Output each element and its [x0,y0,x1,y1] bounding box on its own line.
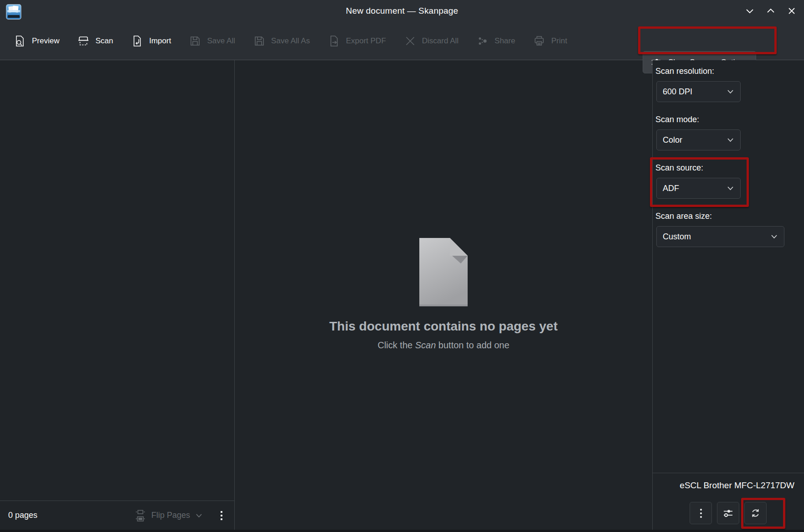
toolbar-item-label: Share [495,36,515,46]
export-pdf-icon [328,35,340,47]
scan-resolution-label: Scan resolution: [655,65,804,77]
save-all-button[interactable]: Save All [189,35,235,47]
scan-button[interactable]: Scan [77,35,113,47]
reload-scanner-button[interactable] [744,502,767,524]
window-title: New document — Skanpage [0,0,804,22]
scanner-options-panel: Scan resolution: 600 DPI Scan mode: Colo… [652,60,804,530]
scan-area-size-value: Custom [663,232,691,242]
preview-button[interactable]: Preview [14,35,59,47]
scan-area-size-dropdown[interactable]: Custom [656,226,784,247]
flip-pages-button[interactable]: Flip Pages [135,509,202,522]
scan-mode-label: Scan mode: [655,113,804,126]
scan-source-value: ADF [663,184,679,193]
scanner-name: eSCL Brother MFC-L2717DW [653,480,794,491]
refresh-icon [749,507,762,519]
scanner-footer-buttons [690,502,767,524]
scanner-settings-button[interactable] [717,502,739,524]
window-controls [745,0,797,22]
chevron-down-icon [746,7,754,15]
empty-state-heading: This document contains no pages yet [330,319,558,334]
save-as-icon [253,35,265,47]
toolbar-item-label: Save All [207,36,235,46]
kebab-menu-icon [220,510,223,522]
skanpage-window: New document — Skanpage Preview [0,0,804,532]
toolbar-item-label: Export PDF [346,36,386,46]
toolbar-item-label: Import [149,36,171,46]
close-icon [788,7,796,15]
chevron-down-icon [727,138,734,142]
titlebar: New document — Skanpage [0,0,804,22]
flip-pages-icon [135,509,146,522]
empty-state: This document contains no pages yet Clic… [330,238,558,351]
save-all-as-button[interactable]: Save All As [253,35,310,47]
chevron-down-icon [771,234,778,239]
toolbar-item-label: Discard All [422,36,459,46]
empty-document-icon [419,238,468,306]
toolbar-item-label: Save All As [271,36,310,46]
discard-icon [404,35,416,47]
kebab-menu-icon [699,507,703,519]
scan-source-dropdown[interactable]: ADF [656,178,741,199]
thumbnails-bottom-bar: 0 pages Flip Pages [0,501,234,530]
scan-source-label: Scan source: [655,161,804,174]
scan-resolution-value: 600 DPI [663,87,692,97]
export-pdf-button[interactable]: Export PDF [328,35,386,47]
document-view: This document contains no pages yet Clic… [235,60,652,530]
import-icon [131,35,143,47]
flip-pages-label: Flip Pages [151,511,190,520]
chevron-up-icon [767,7,775,15]
sliders-icon [722,507,734,519]
topbar: New document — Skanpage Preview [0,0,804,60]
preview-icon [14,35,26,47]
toolbar-item-label: Print [551,36,567,46]
thumbnails-menu-button[interactable] [219,509,224,522]
discard-all-button[interactable]: Discard All [404,35,459,47]
import-button[interactable]: Import [131,35,171,47]
maximize-button[interactable] [766,6,776,16]
window-bottom-edge [0,530,804,532]
toolbar: Preview Scan Import [0,22,804,60]
toolbar-item-label: Scan [95,36,113,46]
scan-mode-dropdown[interactable]: Color [656,129,741,150]
scan-resolution-dropdown[interactable]: 600 DPI [656,81,741,102]
print-button[interactable]: Print [533,35,567,47]
minimize-button[interactable] [745,6,755,16]
scan-mode-value: Color [663,135,682,145]
share-button[interactable]: Share [477,35,515,47]
share-icon [477,35,489,47]
close-button[interactable] [787,6,797,16]
pages-count: 0 pages [8,511,37,520]
empty-state-subtitle: Click the Scan button to add one [377,340,509,351]
chevron-down-icon [727,186,734,191]
scanner-footer: eSCL Brother MFC-L2717DW [653,473,804,530]
toolbar-item-label: Preview [32,36,59,46]
scan-icon [77,35,89,47]
scanner-menu-button[interactable] [690,502,712,524]
chevron-down-icon [196,513,202,518]
content-area: 0 pages Flip Pages [0,60,804,530]
scan-area-size-label: Scan area size: [655,210,804,222]
page-thumbnails-panel: 0 pages Flip Pages [0,60,235,530]
chevron-down-icon [727,89,734,94]
save-icon [189,35,201,47]
print-icon [533,35,545,47]
